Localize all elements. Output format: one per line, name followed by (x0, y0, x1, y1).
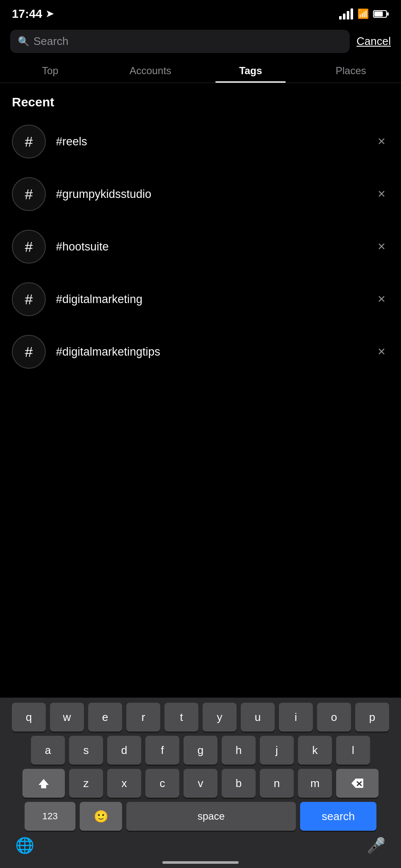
space-key[interactable]: space (126, 802, 296, 831)
globe-icon[interactable]: 🌐 (15, 837, 34, 854)
numbers-key[interactable]: 123 (25, 802, 75, 831)
remove-reels-button[interactable]: ✕ (374, 132, 389, 151)
remove-hootsuite-button[interactable]: ✕ (374, 237, 389, 256)
tab-accounts[interactable]: Accounts (100, 57, 201, 83)
key-row-3: z x c v b n m (3, 769, 398, 798)
microphone-icon[interactable]: 🎤 (367, 837, 386, 854)
tag-label-digitalmarketing[interactable]: #digitalmarketing (56, 293, 364, 306)
location-arrow-icon: ➤ (46, 8, 53, 19)
tag-item-reels: # #reels ✕ (0, 115, 401, 168)
key-q[interactable]: q (12, 703, 46, 732)
status-bar: 17:44 ➤ 📶 (0, 0, 401, 25)
search-key[interactable]: search (300, 802, 376, 831)
status-icons: 📶 (339, 8, 389, 19)
key-l[interactable]: l (336, 736, 370, 765)
key-k[interactable]: k (298, 736, 332, 765)
svg-marker-3 (39, 779, 49, 788)
tag-circle: # (12, 177, 46, 211)
time-display: 17:44 (12, 7, 42, 21)
key-row-2: a s d f g h j k l (3, 736, 398, 765)
search-icon: 🔍 (18, 36, 29, 47)
key-a[interactable]: a (31, 736, 65, 765)
key-r[interactable]: r (126, 703, 160, 732)
key-z[interactable]: z (69, 769, 103, 798)
search-placeholder: Search (33, 35, 68, 48)
wifi-icon: 📶 (357, 8, 369, 19)
home-bar (162, 861, 239, 864)
key-v[interactable]: v (184, 769, 217, 798)
key-g[interactable]: g (184, 736, 217, 765)
tag-item-grumpykids: # #grumpykidsstudio ✕ (0, 168, 401, 220)
key-row-4: 123 🙂 space search (3, 802, 398, 831)
tag-label-digitalmarketingtips[interactable]: #digitalmarketingtips (56, 345, 364, 359)
tag-circle: # (12, 335, 46, 369)
delete-key[interactable] (336, 769, 379, 798)
key-j[interactable]: j (260, 736, 294, 765)
tag-item-hootsuite: # #hootsuite ✕ (0, 220, 401, 273)
key-n[interactable]: n (260, 769, 294, 798)
keyboard-bottom: 🌐 🎤 (0, 832, 401, 858)
tag-circle: # (12, 125, 46, 159)
recent-header: Recent (0, 83, 401, 115)
key-b[interactable]: b (222, 769, 256, 798)
keyboard-rows: q w e r t y u i o p a s d f g h j k l (0, 698, 401, 832)
tabs-row: Top Accounts Tags Places (0, 57, 401, 83)
status-time: 17:44 ➤ (12, 7, 53, 21)
battery-icon (373, 10, 389, 18)
home-indicator (0, 858, 401, 868)
shift-key[interactable] (22, 769, 65, 798)
tag-item-digitalmarketingtips: # #digitalmarketingtips ✕ (0, 326, 401, 378)
key-s[interactable]: s (69, 736, 103, 765)
key-m[interactable]: m (298, 769, 332, 798)
key-t[interactable]: t (164, 703, 198, 732)
key-p[interactable]: p (355, 703, 389, 732)
remove-digitalmarketingtips-button[interactable]: ✕ (374, 342, 389, 361)
tag-item-digitalmarketing: # #digitalmarketing ✕ (0, 273, 401, 326)
key-w[interactable]: w (50, 703, 84, 732)
svg-rect-2 (374, 11, 383, 17)
key-o[interactable]: o (317, 703, 351, 732)
svg-rect-1 (387, 12, 389, 16)
tag-circle: # (12, 230, 46, 264)
key-row-1: q w e r t y u i o p (3, 703, 398, 732)
emoji-key[interactable]: 🙂 (80, 802, 122, 831)
key-f[interactable]: f (145, 736, 179, 765)
tab-tags[interactable]: Tags (200, 57, 301, 83)
signal-icon (339, 8, 353, 19)
tag-list: # #reels ✕ # #grumpykidsstudio ✕ # #hoot… (0, 115, 401, 378)
remove-grumpykids-button[interactable]: ✕ (374, 185, 389, 203)
tab-top[interactable]: Top (0, 57, 100, 83)
tag-circle: # (12, 282, 46, 316)
key-d[interactable]: d (107, 736, 141, 765)
cancel-button[interactable]: Cancel (356, 35, 391, 48)
key-i[interactable]: i (279, 703, 313, 732)
keyboard: q w e r t y u i o p a s d f g h j k l (0, 698, 401, 868)
key-h[interactable]: h (222, 736, 256, 765)
search-bar-row: 🔍 Search Cancel (0, 25, 401, 57)
key-x[interactable]: x (107, 769, 141, 798)
key-e[interactable]: e (88, 703, 122, 732)
search-input-wrap[interactable]: 🔍 Search (10, 30, 350, 53)
tab-places[interactable]: Places (301, 57, 401, 83)
key-u[interactable]: u (241, 703, 275, 732)
tag-label-reels[interactable]: #reels (56, 135, 364, 148)
key-c[interactable]: c (145, 769, 179, 798)
tag-label-hootsuite[interactable]: #hootsuite (56, 240, 364, 253)
tag-label-grumpykids[interactable]: #grumpykidsstudio (56, 188, 364, 201)
remove-digitalmarketing-button[interactable]: ✕ (374, 290, 389, 309)
key-y[interactable]: y (203, 703, 237, 732)
